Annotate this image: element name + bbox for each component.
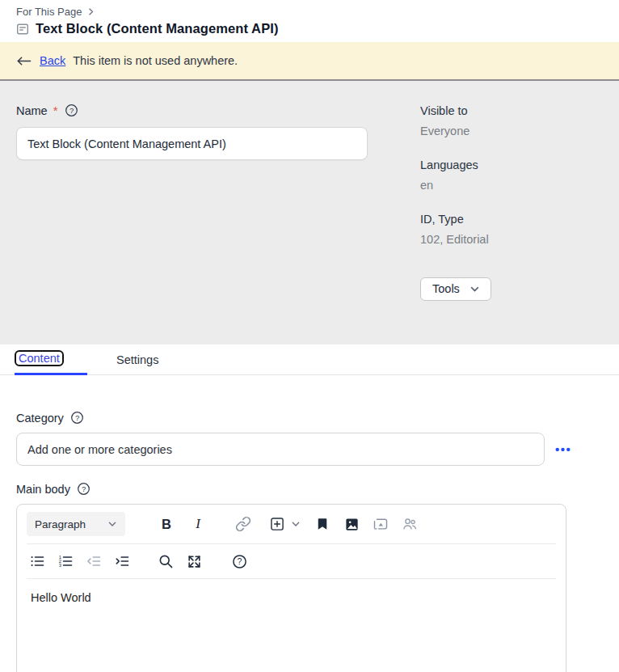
tools-button-label: Tools bbox=[432, 282, 460, 295]
numbered-list-button[interactable]: 123 bbox=[55, 551, 76, 572]
meta-value: 102, Editorial bbox=[420, 233, 603, 246]
content-block-icon bbox=[16, 23, 29, 36]
link-icon bbox=[235, 516, 251, 532]
breadcrumb-label[interactable]: For This Page bbox=[16, 6, 82, 18]
editor-toolbar-row2: 123 ? bbox=[17, 544, 566, 578]
indent-icon bbox=[114, 553, 130, 569]
plus-square-icon bbox=[269, 516, 285, 532]
meta-column: Visible to Everyone Languages en ID, Typ… bbox=[420, 104, 603, 344]
bookmark-icon bbox=[315, 517, 330, 531]
anchor-button[interactable] bbox=[312, 514, 333, 535]
main-body-label: Main body bbox=[16, 483, 70, 496]
properties-panel: Name * ? Visible to Everyone Languages e… bbox=[0, 81, 619, 344]
svg-text:?: ? bbox=[237, 557, 242, 566]
category-label: Category bbox=[16, 412, 64, 425]
category-label-row: Category ? bbox=[16, 411, 603, 425]
link-button[interactable] bbox=[233, 514, 254, 535]
search-icon bbox=[158, 553, 174, 569]
svg-text:3: 3 bbox=[59, 563, 61, 568]
bold-button[interactable]: B bbox=[156, 514, 177, 535]
name-label-row: Name * ? bbox=[16, 104, 420, 117]
svg-text:?: ? bbox=[75, 413, 79, 422]
chevron-down-icon bbox=[470, 284, 480, 294]
name-label: Name bbox=[16, 104, 48, 117]
meta-label: Visible to bbox=[420, 104, 603, 117]
meta-value: Everyone bbox=[420, 125, 603, 137]
help-icon[interactable]: ? bbox=[65, 104, 78, 117]
editor-toolbar-row1: Paragraph B I bbox=[17, 505, 566, 543]
editor-help-button[interactable]: ? bbox=[229, 551, 250, 572]
people-icon bbox=[402, 516, 418, 532]
meta-value: en bbox=[420, 179, 603, 192]
required-asterisk: * bbox=[53, 104, 58, 117]
format-select-value: Paragraph bbox=[35, 518, 86, 530]
name-input[interactable] bbox=[16, 127, 368, 160]
outdent-button[interactable] bbox=[83, 551, 104, 572]
main-body-label-row: Main body ? bbox=[16, 482, 603, 496]
insert-block-group bbox=[267, 514, 301, 535]
format-select[interactable]: Paragraph bbox=[27, 512, 125, 536]
category-more-button[interactable]: ••• bbox=[555, 443, 571, 455]
svg-text:?: ? bbox=[82, 484, 86, 493]
rich-text-editor: Paragraph B I bbox=[16, 504, 566, 672]
tools-button[interactable]: Tools bbox=[420, 277, 491, 301]
help-circle-icon: ? bbox=[232, 554, 247, 569]
fullscreen-button[interactable] bbox=[183, 551, 204, 572]
chevron-down-icon bbox=[107, 519, 117, 529]
category-input[interactable] bbox=[16, 433, 545, 466]
image-icon bbox=[344, 517, 360, 532]
outdent-icon bbox=[86, 553, 102, 569]
tab-settings-label: Settings bbox=[116, 353, 158, 366]
category-field-row: ••• bbox=[16, 433, 603, 466]
svg-text:?: ? bbox=[69, 106, 73, 115]
help-icon[interactable]: ? bbox=[77, 482, 91, 496]
meta-id-type: ID, Type 102, Editorial bbox=[420, 213, 603, 246]
tab-bar: Content Settings bbox=[0, 352, 619, 375]
meta-label: Languages bbox=[420, 158, 603, 171]
insert-block-button[interactable] bbox=[267, 514, 288, 535]
chevron-right-icon bbox=[86, 7, 95, 16]
breadcrumb[interactable]: For This Page bbox=[16, 6, 603, 18]
back-arrow-icon[interactable] bbox=[16, 56, 32, 66]
title-row: Text Block (Content Management API) bbox=[16, 21, 603, 36]
back-link[interactable]: Back bbox=[40, 54, 65, 67]
editor-content-area[interactable]: Hello World bbox=[17, 579, 566, 616]
name-field-group: Name * ? bbox=[16, 104, 420, 344]
indent-button[interactable] bbox=[112, 551, 133, 572]
fullscreen-icon bbox=[187, 554, 202, 569]
meta-label: ID, Type bbox=[420, 213, 603, 226]
help-icon[interactable]: ? bbox=[70, 411, 84, 425]
tab-content[interactable]: Content bbox=[15, 352, 87, 375]
meta-visible-to: Visible to Everyone bbox=[420, 104, 603, 137]
editor-text: Hello World bbox=[31, 591, 91, 604]
bullet-list-button[interactable] bbox=[27, 551, 48, 572]
insert-image-button[interactable] bbox=[341, 514, 362, 535]
notice-bar: Back This item is not used anywhere. bbox=[0, 42, 619, 81]
bullet-list-icon bbox=[29, 553, 45, 569]
tab-content-label: Content bbox=[15, 350, 64, 366]
italic-button[interactable]: I bbox=[187, 514, 208, 535]
page-title: Text Block (Content Management API) bbox=[36, 21, 279, 36]
notice-message: This item is not used anywhere. bbox=[73, 54, 238, 67]
page-header: For This Page Text Block (Content Manage… bbox=[0, 0, 619, 42]
content-tab-panel: Category ? ••• Main body ? Paragraph B I bbox=[0, 411, 619, 672]
meta-languages: Languages en bbox=[420, 158, 603, 192]
tab-settings[interactable]: Settings bbox=[116, 352, 158, 375]
content-edit-page: For This Page Text Block (Content Manage… bbox=[0, 0, 619, 672]
chevron-down-icon[interactable] bbox=[291, 519, 301, 529]
embed-media-button[interactable] bbox=[370, 514, 391, 535]
personalization-button[interactable] bbox=[399, 514, 420, 535]
search-button[interactable] bbox=[155, 551, 176, 572]
numbered-list-icon: 123 bbox=[57, 553, 74, 569]
image-frame-icon bbox=[373, 516, 389, 532]
